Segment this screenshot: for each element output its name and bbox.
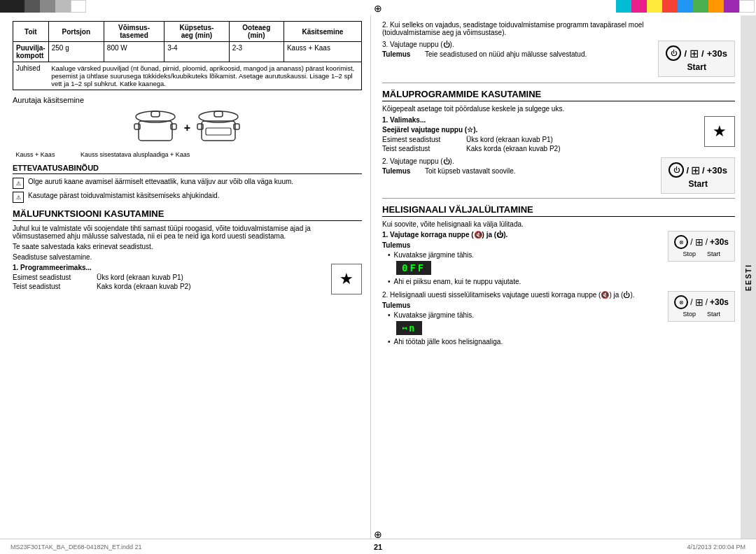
cell-handling: Kauss + Kaas: [284, 42, 361, 62]
malu2-row1-left: Esimest seadistust: [382, 136, 452, 143]
ctrl2-slash2: /: [702, 165, 705, 176]
grid-icon-stop1: ⊞: [695, 236, 704, 248]
control-box-1: ⏻ / ⊞ / +30s Start: [658, 41, 735, 77]
heli-bullet2-2: • Ahi töötab jälle koos helisignaaliga.: [382, 338, 662, 346]
svg-rect-4: [171, 124, 176, 129]
warning-text-2: Kasutage pärast toiduvalmistamist käsits…: [28, 192, 219, 199]
sidebar-eesti: EESTI: [741, 15, 756, 539]
malu-star-box: ★: [331, 264, 362, 294]
helisignaali-intro: Kui soovite, võite helisignaali ka välja…: [382, 220, 735, 228]
divider-2: [382, 198, 735, 199]
malu-step1-row2: Teist seadistust Kaks korda (ekraan kuva…: [13, 283, 324, 290]
stop-icon-2: ⊗: [674, 295, 688, 309]
malu2-step1-right-label: Seejärel vajutage nuppu (☆).: [382, 126, 699, 134]
tulemus-text-1: Teie seadistused on nüüd ahju mälusse sa…: [425, 50, 587, 58]
heli-bullet1-2: • Ahi ei piiksu enam, kui te nuppu vajut…: [382, 278, 662, 285]
right-step3-tulemus-row: Tulemus Teie seadistused on nüüd ahju mä…: [382, 50, 652, 58]
display-off: 0FF: [396, 261, 431, 275]
steam-label-spacer: [64, 151, 75, 158]
heli-bullet1-1: • Kuvatakse järgmine tähis.: [382, 251, 662, 259]
color-bar-left: [0, 0, 140, 13]
food-table: Toit Portsjon Võimsus-tasemed Küpsetus-a…: [13, 21, 362, 90]
cell-note: Juhised: [13, 62, 49, 90]
heli-step1-label: 1. Vajutage korraga nuppe (🔇) ja (⏻).: [382, 231, 662, 239]
cell-power: 800 W: [104, 42, 164, 62]
plus-divider: +: [184, 122, 190, 134]
heli-bullet2-1: • Kuvatakse järgmine tähis.: [382, 311, 662, 319]
svg-rect-1: [151, 111, 160, 117]
malufunktsioon-title: MÄLUFUNKTSIOONI KASUTAMINE: [13, 208, 362, 221]
start-label-2[interactable]: Start: [707, 311, 720, 318]
col-voimsus: Võimsus-tasemed: [104, 22, 164, 42]
aurutaja-title: Aurutaja käsitsemine: [13, 96, 362, 104]
ctrl2-time: +30s: [707, 165, 727, 176]
malu-step1-row1: Esimest seadistust Üks kord (ekraan kuva…: [13, 274, 324, 281]
compass-top: ⊕: [374, 3, 382, 14]
malufunktsioon-intro: Juhul kui te valmistate või soojendate t…: [13, 225, 362, 240]
malu-row2-left: Teist seadistust: [13, 283, 83, 290]
malu2-row2-left: Teist seadistust: [382, 145, 452, 152]
malu-row2-right: Kaks korda (ekraan kuvab P2): [97, 283, 191, 290]
malu2-star-box: ★: [704, 116, 735, 147]
divider-1: [382, 83, 735, 83]
heli-step2-label: 2. Helisignaali uuesti sisselülitamiseks…: [382, 291, 662, 299]
stop-label-1[interactable]: Stop: [682, 250, 696, 257]
helisignaali-section: HELISIGNAALI VÄLJALÜLITAMINE Kui soovite…: [382, 204, 735, 348]
maluprogrammide-title: MÄLUPROGRAMMIDE KASUTAMINE: [382, 89, 735, 101]
circle-icon-2: ⏻: [668, 162, 684, 178]
steam-label-2: Kauss sisestatava alusplaadiga + Kaas: [80, 151, 190, 158]
steam-images-row: +: [13, 108, 362, 147]
warning-box-1: ⚠ Olge auruti kaane avamisel äärmiselt e…: [13, 178, 362, 189]
helisignaali-title: HELISIGNAALI VÄLJALÜLITAMINE: [382, 204, 735, 217]
stop-icon-1: ⊗: [674, 235, 688, 249]
heli-tulemus2-section: Tulemus • Kuvatakse järgmine tähis. ꟷn •…: [382, 301, 662, 346]
maluprogrammide-section: MÄLUPROGRAMMIDE KASUTAMINE Kõigepealt as…: [382, 89, 735, 194]
control-box-stop-start-2: ⊗ / ⊞ / +30s Stop Start: [668, 291, 735, 322]
ctrl2-start-label[interactable]: Start: [689, 179, 708, 189]
malufunktsioon-te-saate: Te saate salvestada kaks erinevat seadis…: [13, 243, 362, 250]
malu2-step2-label: 2. Vajutage nuppu (⏻).: [382, 157, 655, 165]
cell-portsjon: 250 g: [48, 42, 104, 62]
steam-pot-2: [196, 108, 241, 147]
right-step3-label: 3. Vajutage nuppu (⏻).: [382, 41, 652, 48]
right-column: 2. Kui selleks on vajadus, seadistage to…: [371, 15, 756, 539]
svg-rect-2: [139, 121, 172, 141]
ctrl1-plus: /: [684, 48, 687, 59]
sidebar-text: EESTI: [745, 264, 752, 291]
footer-right: 4/1/2013 2:00:04 PM: [687, 544, 746, 551]
warning-box-2: ⚠ Kasutage pärast toiduvalmistamist käsi…: [13, 192, 362, 203]
warning-icon-1: ⚠: [13, 178, 24, 189]
steam-labels-row: Kauss + Kaas Kauss sisestatava alusplaad…: [13, 151, 362, 158]
svg-rect-8: [206, 128, 231, 135]
warnings-section: ETTEVAATUSABINÕUD ⚠ Olge auruti kaane av…: [13, 164, 362, 203]
aurutaja-section: Aurutaja käsitsemine +: [13, 96, 362, 158]
malu-row1-left: Esimest seadistust: [13, 274, 83, 281]
control-box-stop-start-1: ⊗ / ⊞ / +30s Stop Start: [668, 231, 735, 262]
svg-rect-6: [214, 111, 223, 117]
control-box-2: ⏻ / ⊞ / +30s Start: [661, 157, 735, 194]
malu2-row2-right: Kaks korda (ekraan kuvab P2): [466, 145, 561, 152]
tulemus-label-2: Tulemus: [382, 167, 421, 175]
col-kasitsemine: Käsitsemine: [284, 22, 361, 42]
circle-icon-1: ⏻: [666, 45, 681, 61]
malufunktsioon-seadistus: Seadistuse salvestamine.: [13, 253, 362, 261]
ctrl1-grid-icon: ⊞: [690, 47, 699, 60]
tulemus-text-2: Toit küpseb vastavalt soovile.: [425, 167, 516, 175]
stop-label-2[interactable]: Stop: [682, 311, 696, 318]
steam-pot-1: [133, 108, 178, 147]
col-ooteaeg: Ooteaeg(min): [229, 22, 284, 42]
svg-rect-3: [134, 124, 140, 129]
left-column: Toit Portsjon Võimsus-tasemed Küpsetus-a…: [0, 15, 371, 539]
malu-step1-label: 1. Programmeerimaks...: [13, 264, 324, 271]
ctrl2-grid-icon: ⊞: [691, 164, 700, 177]
cell-wait: 2-3: [229, 42, 284, 62]
svg-rect-9: [197, 124, 203, 129]
cell-description: Kaaluge värsked puuviljad (nt õunad, pir…: [48, 62, 361, 90]
ctrl1-time: +30s: [707, 48, 727, 59]
steam-label-1: Kauss + Kaas: [13, 151, 58, 158]
footer: MS23F301TAK_BA_DE68-04182N_ET.indd 21 4/…: [0, 539, 756, 554]
start-label-1[interactable]: Start: [707, 250, 720, 257]
ctrl1-start-label[interactable]: Start: [687, 62, 706, 72]
ctrl-time-stop1: +30s: [710, 237, 729, 247]
malu2-row2: Teist seadistust Kaks korda (ekraan kuva…: [382, 145, 699, 152]
